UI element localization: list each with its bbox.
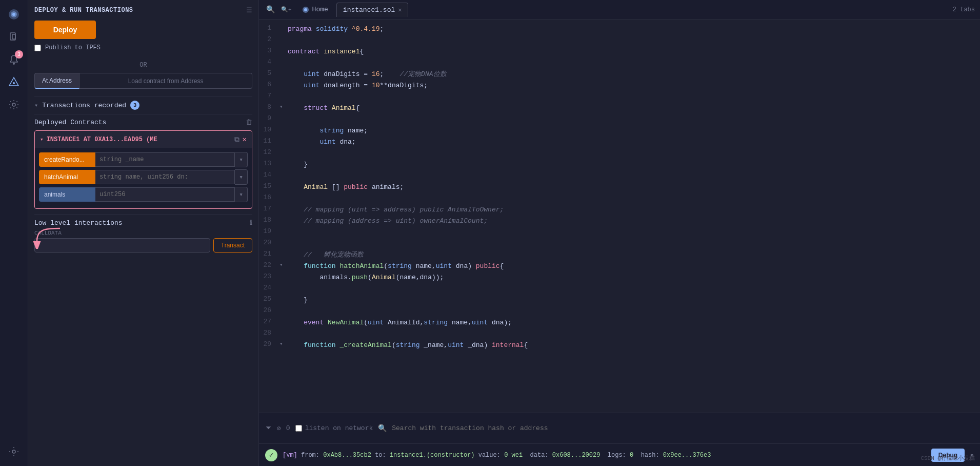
- svg-point-5: [13, 63, 15, 65]
- sidebar-icon-settings-main[interactable]: [5, 95, 23, 114]
- code-line-29: 29 ▾ function _createAnimal(string _name…: [259, 340, 980, 351]
- sidebar-icon-deploy[interactable]: [5, 73, 23, 91]
- code-line-10: 10 string name;: [259, 125, 980, 137]
- deploy-panel-header: DEPLOY & RUN TRANSACTIONS ☰: [34, 6, 252, 14]
- create-random-chevron[interactable]: ▾: [235, 152, 248, 167]
- code-line-26: 26: [259, 306, 980, 317]
- at-address-button[interactable]: At Address: [34, 73, 79, 89]
- contract-instance-name: INSTANCE1 AT 0XA13...EAD95 (ME: [47, 136, 157, 143]
- calldata-label: CALLDATA: [34, 230, 252, 236]
- console-expand-icon[interactable]: ⏷: [265, 424, 272, 432]
- hatch-animal-chevron[interactable]: ▾: [235, 169, 248, 185]
- listen-on-network-label: listen on network: [305, 424, 373, 432]
- deployed-contracts-title: Deployed Contracts: [34, 119, 106, 126]
- code-line-1: 1 pragma solidity ^0.4.19;: [259, 24, 980, 35]
- code-line-8: 8 ▾ struct Animal{: [259, 103, 980, 114]
- code-line-13: 13 }: [259, 159, 980, 170]
- load-contract-button[interactable]: Load contract from Address: [79, 73, 252, 89]
- listen-on-network-section: listen on network: [295, 424, 373, 432]
- sidebar-icon-gear[interactable]: [5, 442, 23, 461]
- close-icon[interactable]: ✕: [243, 135, 247, 144]
- publish-ipfs-label: Publish to IPFS: [45, 44, 101, 51]
- contract-instance-header[interactable]: ▾ INSTANCE1 AT 0XA13...EAD95 (ME ⧉ ✕: [35, 131, 252, 148]
- code-line-23: 23 animals.push(Animal(name,dna));: [259, 272, 980, 283]
- sidebar-icon-notifications[interactable]: 3: [5, 50, 23, 69]
- code-editor[interactable]: 1 pragma solidity ^0.4.19; 2 3 contract …: [259, 20, 980, 413]
- transactions-badge: 3: [130, 101, 139, 110]
- code-line-4: 4: [259, 57, 980, 69]
- create-random-button[interactable]: createRando...: [39, 152, 95, 167]
- deployed-contracts-header: Deployed Contracts 🗑: [34, 114, 252, 130]
- console-search-input[interactable]: [392, 424, 974, 432]
- notification-badge: 3: [15, 50, 23, 59]
- code-line-27: 27 event NewAnimal(uint AnimalId,string …: [259, 317, 980, 328]
- transact-button[interactable]: Transact: [213, 238, 252, 253]
- animals-input[interactable]: [95, 187, 235, 202]
- create-random-input[interactable]: [95, 152, 235, 167]
- listen-on-network-checkbox[interactable]: [295, 425, 302, 432]
- or-divider: OR: [34, 62, 252, 69]
- deploy-panel-title: DEPLOY & RUN TRANSACTIONS: [34, 7, 133, 14]
- tab-instance1-label: instance1.sol: [343, 6, 395, 14]
- tab-close-icon[interactable]: ✕: [398, 6, 402, 14]
- code-line-6: 6 uint dnaLength = 10**dnaDigits;: [259, 80, 980, 91]
- sidebar-icon-remix[interactable]: [5, 5, 23, 24]
- code-line-9: 9: [259, 114, 980, 125]
- transaction-log: ✓ [vm] from: 0xAb8...35cb2 to: instance1…: [259, 443, 980, 466]
- animals-button[interactable]: animals: [39, 187, 95, 202]
- at-address-section: At Address Load contract from Address: [34, 73, 252, 89]
- calldata-row: Transact: [34, 238, 252, 253]
- zoom-out-icon[interactable]: 🔍: [264, 3, 277, 16]
- code-line-7: 7: [259, 91, 980, 103]
- tab-bar: 🔍 🔍+ Home instance1.sol ✕ 2 tabs: [259, 0, 980, 20]
- contract-functions: createRando... ▾ hatchAnimal ▾ animals ▾: [35, 148, 252, 208]
- trash-icon[interactable]: 🗑: [246, 119, 252, 126]
- code-line-25: 25 }: [259, 295, 980, 306]
- sidebar: 3: [0, 0, 28, 466]
- svg-point-8: [12, 450, 15, 453]
- code-line-12: 12: [259, 148, 980, 159]
- copy-icon[interactable]: ⧉: [234, 135, 239, 144]
- transactions-recorded-section[interactable]: ▾ Transactions recorded 3: [34, 96, 252, 114]
- publish-ipfs-section: Publish to IPFS: [34, 44, 252, 51]
- console-search-icon[interactable]: 🔍: [378, 424, 387, 433]
- deploy-panel: DEPLOY & RUN TRANSACTIONS ☰ Deploy Publi…: [28, 0, 259, 466]
- sidebar-icon-files[interactable]: [5, 28, 23, 46]
- calldata-input[interactable]: [34, 238, 210, 253]
- console-count: 0: [286, 424, 290, 432]
- low-level-title: Low level interactions: [34, 219, 123, 227]
- code-line-19: 19: [259, 227, 980, 238]
- hatch-animal-button[interactable]: hatchAnimal: [39, 170, 95, 184]
- animals-chevron[interactable]: ▾: [235, 187, 248, 202]
- code-line-5: 5 uint dnaDigits = 16; //宠物DNA位数: [259, 69, 980, 80]
- low-level-header: Low level interactions ℹ: [34, 219, 252, 227]
- deploy-button[interactable]: Deploy: [34, 21, 96, 39]
- code-line-22: 22 ▾ function hatchAnimal(string name,ui…: [259, 261, 980, 272]
- tx-log-text: [vm] from: 0xAb8...35cb2 to: instance1.(…: [283, 452, 926, 459]
- tabs-count[interactable]: 2 tabs: [953, 6, 975, 13]
- publish-ipfs-checkbox[interactable]: [34, 45, 41, 51]
- info-icon[interactable]: ℹ: [250, 219, 252, 227]
- code-line-15: 15 Animal [] public animals;: [259, 182, 980, 193]
- zoom-in-icon[interactable]: 🔍+: [279, 4, 294, 15]
- code-line-2: 2: [259, 35, 980, 46]
- low-level-section: Low level interactions ℹ CALLDATA Transa…: [34, 214, 252, 257]
- code-line-16: 16: [259, 193, 980, 204]
- svg-point-10: [304, 8, 307, 11]
- watermark: CSDN @柠檬味小发糕: [921, 454, 975, 462]
- tx-success-icon: ✓: [265, 449, 277, 461]
- editor-area: 🔍 🔍+ Home instance1.sol ✕ 2 tabs 1 pragm…: [259, 0, 980, 466]
- tab-instance1-sol[interactable]: instance1.sol ✕: [336, 3, 409, 17]
- tab-home-label: Home: [312, 6, 328, 13]
- contract-chevron-icon: ▾: [40, 136, 44, 143]
- contract-instance: ▾ INSTANCE1 AT 0XA13...EAD95 (ME ⧉ ✕ cre…: [34, 130, 252, 209]
- console-stop-icon[interactable]: ⊘: [277, 424, 281, 433]
- hatch-animal-input[interactable]: [95, 170, 235, 184]
- code-line-28: 28: [259, 328, 980, 340]
- code-line-24: 24: [259, 283, 980, 295]
- hamburger-icon[interactable]: ☰: [246, 6, 252, 14]
- code-line-11: 11 uint dna;: [259, 137, 980, 148]
- tab-home[interactable]: Home: [296, 3, 334, 16]
- transactions-recorded-label: Transactions recorded: [42, 102, 126, 109]
- code-line-20: 20: [259, 238, 980, 249]
